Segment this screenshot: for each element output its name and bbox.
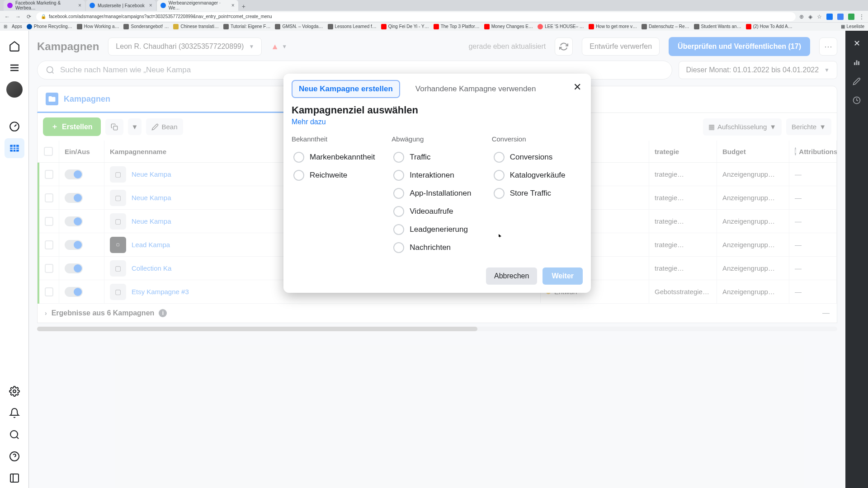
browser-tab[interactable]: Musterseite | Facebook× bbox=[86, 0, 156, 11]
gift-icon[interactable]: ◈ bbox=[808, 14, 812, 20]
bell-icon[interactable] bbox=[5, 403, 24, 423]
browser-tab-active[interactable]: Werbeanzeigenmanager · We…× bbox=[157, 0, 238, 11]
bookmark[interactable]: Qing Fei De Yi - Y… bbox=[381, 24, 429, 29]
learn-more-link[interactable]: Mehr dazu bbox=[292, 118, 326, 126]
bookmark[interactable]: Phone Recycling… bbox=[27, 24, 72, 29]
column-header: Bekanntheit bbox=[292, 135, 382, 143]
radio-icon bbox=[494, 188, 505, 199]
svg-rect-14 bbox=[10, 474, 19, 482]
objectives-grid: BekanntheitMarkenbekanntheitReichweiteAb… bbox=[292, 135, 583, 257]
radio-icon bbox=[393, 242, 404, 253]
favicon-icon bbox=[7, 3, 13, 8]
bookmark[interactable]: LEE 'S HOUSE– … bbox=[538, 24, 584, 29]
modal-tab-existing[interactable]: Vorhandene Kampagne verwenden bbox=[409, 81, 542, 97]
bookmark[interactable]: The Top 3 Platfor… bbox=[434, 24, 480, 29]
tab-label: Facebook Marketing & Werbea… bbox=[15, 0, 74, 10]
avatar[interactable] bbox=[5, 80, 24, 99]
option-label: Leadgenerierung bbox=[410, 225, 468, 234]
objective-option[interactable]: Katalogverkäufe bbox=[492, 166, 583, 184]
url-bar: ← → ⟳ 🔒facebook.com/adsmanager/manage/ca… bbox=[0, 11, 868, 22]
browser-tab[interactable]: Facebook Marketing & Werbea…× bbox=[4, 0, 85, 11]
forward-icon[interactable]: → bbox=[14, 14, 22, 20]
url-text: facebook.com/adsmanager/manage/campaigns… bbox=[49, 14, 272, 19]
option-label: Store Traffic bbox=[510, 189, 551, 198]
option-label: Reichweite bbox=[310, 171, 347, 180]
close-icon[interactable]: × bbox=[149, 2, 152, 9]
zoom-icon[interactable]: ⊕ bbox=[799, 14, 804, 20]
extension-icon[interactable] bbox=[826, 14, 833, 20]
radio-icon bbox=[494, 170, 505, 181]
table-icon[interactable] bbox=[5, 138, 24, 158]
gauge-icon[interactable] bbox=[5, 117, 24, 136]
radio-icon bbox=[293, 152, 304, 163]
radio-icon bbox=[494, 152, 505, 163]
left-nav-rail bbox=[0, 31, 29, 488]
readlist[interactable]: ▦Leseliste bbox=[841, 24, 864, 29]
bookmark-bar: ⊞Apps Phone Recycling… How Working a… So… bbox=[0, 22, 868, 31]
objective-option[interactable]: Leadgenerierung bbox=[392, 221, 482, 239]
bookmark[interactable]: Chinese translati… bbox=[173, 24, 218, 29]
option-label: Videoaufrufe bbox=[410, 207, 453, 216]
help-icon[interactable] bbox=[5, 446, 24, 466]
back-icon[interactable]: ← bbox=[4, 14, 11, 20]
modal-tab-new[interactable]: Neue Kampagne erstellen bbox=[292, 80, 400, 98]
extension-icon[interactable] bbox=[848, 14, 854, 20]
objective-option[interactable]: Traffic bbox=[392, 148, 482, 166]
bookmark[interactable]: GMSN. – Vologda… bbox=[275, 24, 323, 29]
menu-icon[interactable] bbox=[5, 58, 24, 78]
menu-icon[interactable]: ⋮ bbox=[859, 14, 864, 20]
favicon-icon bbox=[90, 3, 95, 8]
home-icon[interactable] bbox=[5, 36, 24, 56]
browser-tab-bar: Facebook Marketing & Werbea…× Musterseit… bbox=[0, 0, 868, 11]
option-label: Nachrichten bbox=[410, 243, 451, 252]
modal-tabs: Neue Kampagne erstellen Vorhandene Kampa… bbox=[292, 80, 583, 98]
radio-icon bbox=[393, 188, 404, 199]
bookmark[interactable]: Datenschutz – Re… bbox=[642, 24, 689, 29]
clock-icon[interactable] bbox=[849, 92, 865, 108]
objective-option[interactable]: Reichweite bbox=[292, 166, 382, 184]
bookmark[interactable]: Lessons Learned f… bbox=[328, 24, 377, 29]
extension-icon[interactable] bbox=[837, 14, 844, 20]
bookmark[interactable]: Money Changes E… bbox=[484, 24, 533, 29]
objective-option[interactable]: Interaktionen bbox=[392, 166, 482, 184]
close-panel-button[interactable]: ✕ bbox=[849, 35, 865, 52]
bookmark[interactable]: Tutorial: Eigene F… bbox=[223, 24, 271, 29]
option-label: Conversions bbox=[510, 153, 553, 162]
next-button[interactable]: Weiter bbox=[542, 267, 583, 285]
objective-column: BekanntheitMarkenbekanntheitReichweite bbox=[292, 135, 382, 257]
close-icon[interactable]: × bbox=[231, 2, 235, 9]
chart-icon[interactable] bbox=[849, 54, 865, 70]
apps-icon[interactable]: ⊞ bbox=[4, 24, 7, 29]
option-label: Markenbekanntheit bbox=[310, 153, 375, 162]
lock-icon: 🔒 bbox=[41, 14, 46, 19]
objective-option[interactable]: Videoaufrufe bbox=[392, 202, 482, 221]
star-icon[interactable]: ☆ bbox=[817, 14, 822, 20]
objective-option[interactable]: Conversions bbox=[492, 148, 583, 166]
close-icon[interactable]: × bbox=[78, 2, 81, 9]
objective-option[interactable]: App-Installationen bbox=[392, 184, 482, 202]
radio-icon bbox=[393, 152, 404, 163]
url-input[interactable]: 🔒facebook.com/adsmanager/manage/campaign… bbox=[36, 12, 796, 21]
gear-icon[interactable] bbox=[5, 381, 24, 401]
edit-icon[interactable] bbox=[849, 73, 865, 89]
bookmark[interactable]: Sonderangebot! … bbox=[123, 24, 169, 29]
bookmark[interactable]: How Working a… bbox=[77, 24, 119, 29]
bookmark[interactable]: Apps bbox=[12, 24, 22, 29]
collapse-icon[interactable] bbox=[5, 468, 24, 488]
bookmark[interactable]: Student Wants an… bbox=[694, 24, 741, 29]
reload-icon[interactable]: ⟳ bbox=[25, 14, 33, 20]
bookmark[interactable]: (2) How To Add A… bbox=[746, 24, 793, 29]
objective-option[interactable]: Store Traffic bbox=[492, 184, 583, 202]
objective-option[interactable]: Markenbekanntheit bbox=[292, 148, 382, 166]
bookmark[interactable]: How to get more v… bbox=[589, 24, 637, 29]
objective-option[interactable]: Nachrichten bbox=[392, 239, 482, 257]
cancel-button[interactable]: Abbrechen bbox=[486, 267, 537, 285]
tab-label: Musterseite | Facebook bbox=[98, 3, 145, 8]
new-tab-button[interactable]: + bbox=[239, 2, 248, 11]
close-button[interactable]: ✕ bbox=[570, 80, 585, 94]
favicon-icon bbox=[160, 3, 166, 8]
modal-title: Kampagnenziel auswählen bbox=[292, 104, 583, 116]
modal-actions: Abbrechen Weiter bbox=[292, 267, 583, 285]
svg-rect-21 bbox=[858, 61, 859, 65]
search-icon[interactable] bbox=[5, 425, 24, 445]
